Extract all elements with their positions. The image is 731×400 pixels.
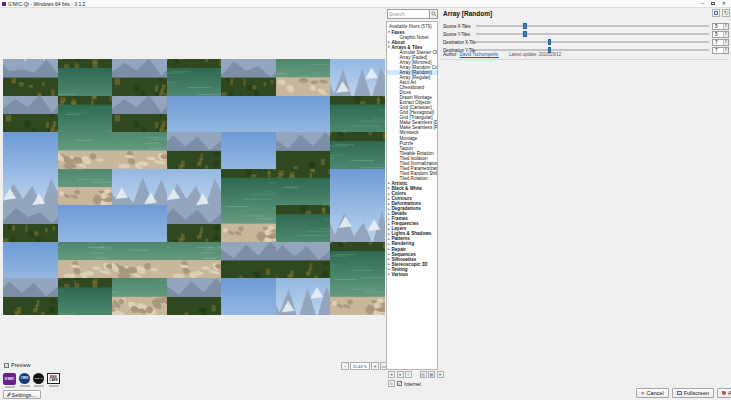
- fullscreen-icon: [677, 391, 682, 395]
- spinbox-value: 7: [715, 48, 718, 53]
- preview-checkbox[interactable]: ✓: [4, 363, 9, 368]
- parameter-slider[interactable]: [476, 38, 709, 46]
- parameter-spinbox[interactable]: 5▴▾: [712, 23, 729, 30]
- slider-groove: [476, 49, 709, 50]
- spinbox-arrows-icon[interactable]: ▴▾: [723, 48, 728, 53]
- logo-strip: G'MICCNRSGREYCENSI CAEN: [3, 373, 60, 388]
- parameter-row: Source X-Tiles5▴▾: [443, 22, 729, 30]
- reset-parameters-icon[interactable]: ↻: [722, 9, 730, 17]
- tree-toolbar: ★★≡▤▦▼: [388, 371, 444, 378]
- parameter-label: Source Y-Tiles: [443, 32, 476, 37]
- tree-item-label: Various: [392, 272, 409, 277]
- spinbox-value: 5: [715, 32, 718, 37]
- slider-handle[interactable]: [548, 39, 552, 45]
- filter-tree: Available filters (579) ▾FavesGraphic No…: [386, 21, 438, 370]
- tags-icon[interactable]: ▤: [420, 371, 427, 378]
- zoom-level-value[interactable]: 11.43 %: [350, 362, 370, 370]
- tree-item[interactable]: ▸Various: [387, 272, 437, 277]
- parameter-spinbox[interactable]: 5▴▾: [712, 31, 729, 38]
- logo-caption: [5, 386, 15, 388]
- fave-remove-icon[interactable]: ★: [397, 371, 404, 378]
- button-label: Cancel: [647, 390, 664, 396]
- minimize-icon[interactable]: –: [701, 1, 704, 6]
- button-label: Fullscreen: [684, 390, 709, 396]
- latest-update-label: Latest update: 2010/29/12: [509, 52, 561, 57]
- slider-groove: [476, 41, 709, 42]
- fave-add-icon[interactable]: ★: [388, 371, 395, 378]
- gmic-app-icon: [2, 2, 6, 6]
- wrench-icon: [7, 392, 11, 397]
- maximize-icon[interactable]: [711, 2, 715, 6]
- cnrs-logo: CNRS: [19, 373, 30, 387]
- parameter-label: Destination X-Tiles: [443, 40, 476, 45]
- window-title: G'MIC-Qt - Windows 64 bits - 3.1.2: [8, 1, 85, 7]
- parameters-separator: [441, 59, 729, 60]
- expand-collapse-icon[interactable]: ≡: [405, 371, 412, 378]
- settings-button-label: Settings...: [12, 392, 36, 398]
- copy-command-icon[interactable]: [712, 9, 720, 17]
- parameter-spinbox[interactable]: 7▴▾: [712, 39, 729, 46]
- slider-groove: [476, 25, 709, 26]
- author-label: Author:: [443, 52, 458, 57]
- parameter-slider[interactable]: [476, 30, 709, 38]
- download-filters-icon[interactable]: ▼: [437, 371, 444, 378]
- filter-tree-items: ▾FavesGraphic Novel▸About▾Arrays & Tiles…: [387, 30, 437, 277]
- parameter-spinbox[interactable]: 7▴▾: [712, 47, 729, 54]
- title-bar: G'MIC-Qt - Windows 64 bits - 3.1.2 – ✕: [0, 0, 731, 8]
- ensicaen-logo: ENSI CAEN: [47, 373, 60, 387]
- internet-checkbox[interactable]: ✓: [397, 381, 402, 386]
- update-filters-refresh-icon[interactable]: ↻: [388, 380, 395, 387]
- logo-caption: [49, 385, 59, 387]
- gmic-logo-mark: G'MIC: [3, 373, 16, 385]
- preview-checkbox-label: Preview: [11, 362, 31, 368]
- gmic-qt-window: G'MIC-Qt - Windows 64 bits - 3.1.2 – ✕ ✓…: [0, 0, 731, 400]
- ensicaen-logo-mark: ENSI CAEN: [47, 373, 60, 384]
- available-filters-label: Available filters (579): [387, 22, 437, 30]
- logo-caption: [34, 385, 44, 387]
- slider-groove: [476, 33, 709, 34]
- dialog-buttons: ×CancelFullscreenApply✓Ok: [636, 388, 731, 398]
- zoom-in-icon[interactable]: +: [371, 362, 379, 370]
- spinbox-value: 5: [715, 24, 718, 29]
- fullscreen-button[interactable]: Fullscreen: [672, 388, 714, 398]
- parameter-slider[interactable]: [476, 22, 709, 30]
- cnrs-logo-mark: CNRS: [19, 373, 30, 384]
- gmic-logo: G'MIC: [3, 373, 16, 388]
- logo-caption: [20, 385, 30, 387]
- spinbox-arrows-icon[interactable]: ▴▾: [723, 24, 728, 29]
- preview-zoom-bar: − 11.43 % + ▭: [341, 362, 388, 370]
- spinbox-arrows-icon[interactable]: ▴▾: [723, 32, 728, 37]
- search-input[interactable]: [387, 9, 430, 19]
- apply-button[interactable]: Apply: [717, 388, 731, 398]
- parameter-label: Source X-Tiles: [443, 24, 476, 29]
- cancel-button[interactable]: ×Cancel: [636, 388, 669, 398]
- greyc-logo: GREYC: [33, 373, 44, 387]
- filters-grid-icon[interactable]: ▦: [428, 371, 435, 378]
- cancel-icon: ×: [641, 390, 645, 396]
- slider-handle[interactable]: [523, 31, 527, 37]
- filter-title: Array [Random]: [443, 10, 492, 17]
- close-icon[interactable]: ✕: [722, 1, 726, 6]
- zoom-out-icon[interactable]: −: [341, 362, 349, 370]
- search-icon[interactable]: [430, 9, 438, 19]
- filter-credits: Author: David Tschumperlé. Latest update…: [443, 52, 561, 57]
- parameter-row: Source Y-Tiles5▴▾: [443, 30, 729, 38]
- apply-icon: [722, 391, 726, 395]
- preview-image[interactable]: [3, 59, 385, 315]
- spinbox-arrows-icon[interactable]: ▴▾: [723, 40, 728, 45]
- parameter-row: Destination X-Tiles7▴▾: [443, 38, 729, 46]
- slider-handle[interactable]: [523, 23, 527, 29]
- greyc-logo-mark: GREYC: [33, 373, 44, 384]
- settings-button[interactable]: Settings...: [3, 390, 41, 399]
- spinbox-value: 7: [715, 40, 718, 45]
- internet-checkbox-label: Internet: [404, 381, 421, 387]
- author-link[interactable]: David Tschumperlé.: [460, 52, 499, 57]
